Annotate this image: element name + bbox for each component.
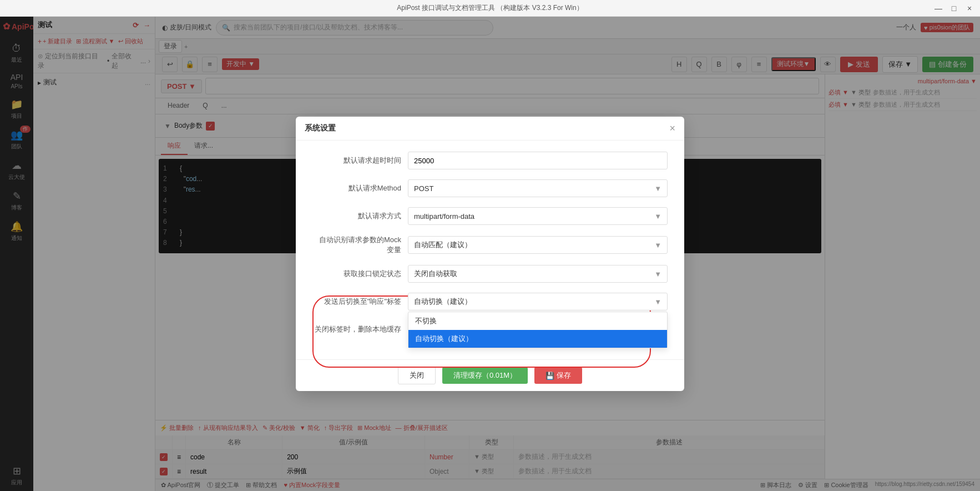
mock-label: 自动识别请求参数的Mock变量 — [312, 235, 401, 255]
modal-title: 系统设置 — [305, 123, 336, 133]
lock-chevron-icon: ▼ — [654, 270, 661, 278]
timeout-input[interactable] — [408, 152, 668, 169]
switch-chevron-icon: ▼ — [654, 298, 661, 306]
reqtype-select-value: multipart/form-data — [414, 212, 474, 221]
modal-row-timeout: 默认请求超时时间 — [312, 152, 668, 169]
lock-select[interactable]: 关闭自动获取 ▼ — [408, 265, 668, 283]
close-btn[interactable]: × — [963, 2, 976, 14]
switch-dropdown-container: 自动切换（建议） ▼ 不切换 自动切换（建议） — [408, 293, 668, 310]
settings-modal: 系统设置 × 默认请求超时时间 默认请求Method POST ▼ 默认请求方式 — [296, 117, 684, 391]
modal-overlay[interactable]: 系统设置 × 默认请求超时时间 默认请求Method POST ▼ 默认请求方式 — [0, 17, 980, 491]
dropdown-option-no-switch[interactable]: 不切换 — [408, 312, 667, 330]
mock-select[interactable]: 自动匹配（建议） ▼ — [408, 236, 668, 254]
modal-header: 系统设置 × — [296, 117, 684, 141]
dropdown-option-auto-switch[interactable]: 自动切换（建议） — [408, 330, 667, 348]
modal-footer: 关闭 清理缓存（0.01M） 💾 保存 — [296, 359, 684, 391]
mock-select-value: 自动匹配（建议） — [414, 240, 472, 250]
timeout-label: 默认请求超时时间 — [312, 156, 401, 166]
modal-body: 默认请求超时时间 默认请求Method POST ▼ 默认请求方式 multip… — [296, 141, 684, 359]
save-modal-btn[interactable]: 💾 保存 — [534, 367, 582, 384]
modal-row-method: 默认请求Method POST ▼ — [312, 179, 668, 197]
clear-cache-btn[interactable]: 清理缓存（0.01M） — [442, 367, 528, 384]
maximize-btn[interactable]: □ — [948, 2, 960, 14]
switch-label: 发送后切换至"响应"标签 — [312, 297, 401, 307]
switch-select-value: 自动切换（建议） — [414, 297, 472, 307]
close-modal-btn[interactable]: 关闭 — [398, 367, 436, 384]
modal-close-btn[interactable]: × — [669, 123, 675, 133]
reqtype-label: 默认请求方式 — [312, 211, 401, 221]
method-chevron-icon: ▼ — [654, 184, 661, 193]
switch-dropdown-menu: 不切换 自动切换（建议） — [408, 312, 668, 348]
titlebar: ApiPost 接口调试与文档管理工具 （构建版本 V3.2.3 For Win… — [0, 0, 980, 17]
reqtype-select[interactable]: multipart/form-data ▼ — [408, 207, 668, 225]
modal-row-lock: 获取接口锁定状态 关闭自动获取 ▼ — [312, 265, 668, 283]
minimize-btn[interactable]: — — [932, 2, 944, 14]
modal-row-mock: 自动识别请求参数的Mock变量 自动匹配（建议） ▼ — [312, 235, 668, 255]
method-select-value: POST — [414, 184, 433, 193]
mock-chevron-icon: ▼ — [654, 241, 661, 249]
modal-row-reqtype: 默认请求方式 multipart/form-data ▼ — [312, 207, 668, 225]
method-label: 默认请求Method — [312, 183, 401, 193]
modal-row-switch: 发送后切换至"响应"标签 自动切换（建议） ▼ 不切换 自动切换（建议） — [312, 293, 668, 310]
method-select[interactable]: POST ▼ — [408, 179, 668, 197]
lock-label: 获取接口锁定状态 — [312, 269, 401, 279]
switch-select[interactable]: 自动切换（建议） ▼ — [408, 293, 668, 310]
app-title: ApiPost 接口调试与文档管理工具 （构建版本 V3.2.3 For Win… — [397, 3, 583, 13]
cache-label: 关闭标签时，删除本地缓存 — [312, 324, 401, 334]
lock-select-value: 关闭自动获取 — [414, 269, 457, 279]
save-modal-icon: 💾 — [545, 372, 554, 380]
window-controls: — □ × — [932, 2, 976, 14]
reqtype-chevron-icon: ▼ — [654, 212, 661, 221]
